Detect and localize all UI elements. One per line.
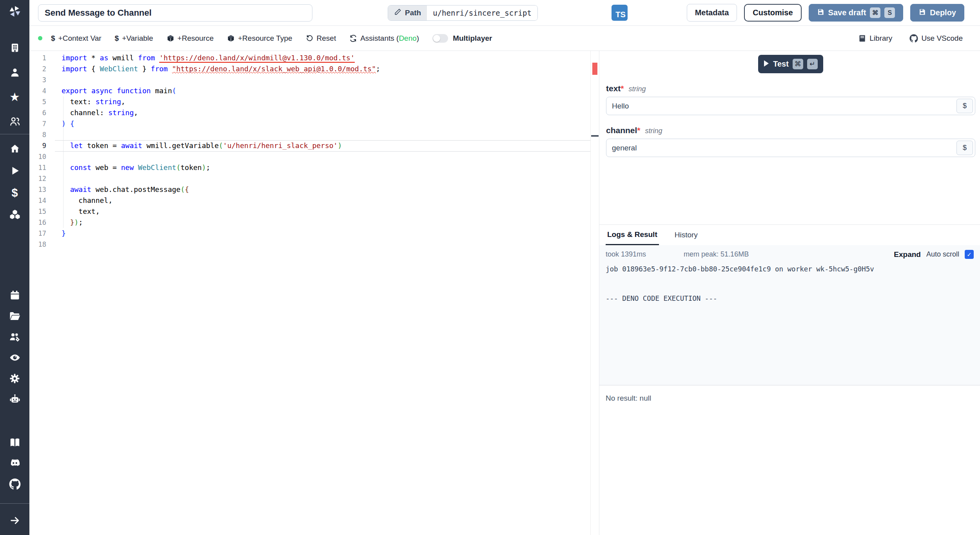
log-duration: took 1391ms bbox=[606, 250, 646, 258]
test-button[interactable]: Test ⌘ ↵ bbox=[758, 55, 823, 73]
line-number: 9 bbox=[29, 140, 55, 151]
code-token bbox=[62, 141, 70, 150]
code-line[interactable]: channel, bbox=[62, 195, 590, 206]
user-icon[interactable] bbox=[0, 66, 29, 79]
code-token: WebClient bbox=[100, 65, 138, 73]
kbd-s: S bbox=[884, 7, 895, 18]
code-line[interactable]: channel: string, bbox=[62, 107, 590, 118]
code-line[interactable]: export async function main( bbox=[62, 85, 590, 96]
add-variable-button[interactable]: $ +Variable bbox=[115, 34, 153, 43]
code-lines[interactable]: import * as wmill from 'https://deno.lan… bbox=[62, 52, 590, 250]
text-field-input[interactable] bbox=[606, 97, 975, 115]
code-token: text: bbox=[62, 98, 96, 106]
expand-arrow-icon[interactable] bbox=[0, 514, 29, 527]
code-line[interactable]: await web.chat.postMessage({ bbox=[62, 184, 590, 195]
log-meta: took 1391ms mem peak: 51.16MB Expand Aut… bbox=[606, 250, 974, 259]
code-token bbox=[168, 65, 172, 73]
tab-logs-result[interactable]: Logs & Result bbox=[606, 225, 659, 245]
deploy-button[interactable]: Deploy bbox=[910, 4, 964, 22]
code-line[interactable]: }); bbox=[62, 217, 590, 228]
code-token: ( bbox=[180, 185, 185, 193]
docs-book-icon[interactable] bbox=[0, 436, 29, 449]
code-token: wmill bbox=[108, 54, 138, 62]
code-line[interactable]: text, bbox=[62, 206, 590, 217]
customise-button[interactable]: Customise bbox=[744, 4, 801, 22]
windmill-logo[interactable] bbox=[0, 5, 29, 18]
insert-variable-button[interactable]: $ bbox=[956, 99, 973, 113]
code-token bbox=[62, 185, 70, 193]
code-line[interactable]: import { WebClient } from "https://deno.… bbox=[62, 63, 590, 74]
kbd-enter: ↵ bbox=[807, 59, 818, 69]
multiplayer-toggle[interactable] bbox=[432, 34, 448, 43]
insert-variable-button[interactable]: $ bbox=[956, 141, 973, 155]
users-icon[interactable] bbox=[0, 115, 29, 128]
code-editor[interactable]: 123456789101112131415161718 import * as … bbox=[29, 51, 599, 535]
code-line[interactable]: text: string, bbox=[62, 96, 590, 107]
code-line[interactable] bbox=[62, 239, 590, 250]
github-icon[interactable] bbox=[0, 477, 29, 491]
schedules-calendar-icon[interactable] bbox=[0, 289, 29, 302]
path-value[interactable]: u/henri/sincere_script bbox=[427, 5, 537, 20]
code-token: channel, bbox=[62, 196, 113, 204]
overview-ruler[interactable] bbox=[590, 51, 599, 535]
code-token: ) bbox=[202, 163, 206, 172]
code-token: ) bbox=[62, 119, 66, 128]
groups-gear-icon[interactable] bbox=[0, 330, 29, 343]
code-line[interactable]: ) { bbox=[62, 118, 590, 129]
use-vscode-button[interactable]: Use VScode bbox=[909, 34, 963, 43]
code-line[interactable]: const web = new WebClient(token); bbox=[62, 162, 590, 173]
code-token bbox=[134, 163, 138, 172]
audit-eye-icon[interactable] bbox=[0, 351, 29, 364]
workers-robot-icon[interactable] bbox=[0, 392, 29, 406]
workspace-building-icon[interactable] bbox=[0, 41, 29, 54]
code-token: ( bbox=[219, 141, 223, 150]
add-resource-button[interactable]: +Resource bbox=[167, 34, 214, 43]
script-title-input[interactable] bbox=[38, 4, 312, 22]
settings-gear-icon[interactable] bbox=[0, 372, 29, 385]
add-resource-type-button[interactable]: +Resource Type bbox=[227, 34, 292, 43]
add-context-var-button[interactable]: $ +Context Var bbox=[51, 34, 102, 43]
code-token: import bbox=[62, 65, 87, 73]
run-panel: Test ⌘ ↵ text* string $ channel* string … bbox=[599, 51, 980, 535]
code-token: } bbox=[70, 218, 74, 226]
favorites-star-icon[interactable]: ★ bbox=[0, 90, 29, 104]
log-output: job 018963e5-9f12-7cb0-bb80-25ce904fe1c9… bbox=[606, 264, 974, 304]
code-line[interactable] bbox=[62, 129, 590, 140]
metadata-button[interactable]: Metadata bbox=[687, 4, 737, 22]
expand-button[interactable]: Expand bbox=[894, 250, 921, 259]
line-number: 7 bbox=[29, 118, 55, 129]
code-token: { bbox=[185, 185, 189, 193]
reset-button[interactable]: Reset bbox=[306, 34, 336, 43]
folders-icon[interactable] bbox=[0, 309, 29, 323]
resources-cubes-icon[interactable] bbox=[0, 208, 29, 221]
code-line[interactable]: let token = await wmill.getVariable('u/h… bbox=[62, 140, 590, 151]
code-line[interactable]: } bbox=[62, 228, 590, 239]
line-number: 8 bbox=[29, 129, 55, 140]
github-icon bbox=[909, 34, 918, 43]
multiplayer-label: Multiplayer bbox=[453, 34, 492, 43]
variables-dollar-icon[interactable]: $ bbox=[0, 186, 29, 199]
channel-field-input[interactable] bbox=[606, 139, 975, 157]
code-token bbox=[66, 119, 70, 128]
code-token: ; bbox=[376, 65, 380, 73]
path-field[interactable]: Path u/henri/sincere_script bbox=[388, 5, 538, 21]
home-icon[interactable] bbox=[0, 142, 29, 155]
autoscroll-label: Auto scroll bbox=[926, 250, 959, 258]
code-line[interactable] bbox=[62, 151, 590, 162]
code-line[interactable] bbox=[62, 74, 590, 85]
code-line[interactable] bbox=[62, 173, 590, 184]
code-token: as bbox=[100, 54, 109, 62]
discord-icon[interactable] bbox=[0, 457, 29, 470]
save-draft-button[interactable]: Save draft ⌘ S bbox=[809, 4, 904, 22]
runs-play-icon[interactable] bbox=[0, 164, 29, 177]
logs-tabbar: Logs & Result History bbox=[599, 225, 980, 245]
code-token: import bbox=[62, 54, 87, 62]
assistants-button[interactable]: Assistants (Deno) bbox=[349, 34, 419, 43]
line-number: 11 bbox=[29, 162, 55, 173]
library-button[interactable]: Library bbox=[858, 34, 892, 43]
code-token: const bbox=[70, 163, 91, 172]
tab-history[interactable]: History bbox=[673, 225, 699, 245]
autoscroll-checkbox[interactable]: ✓ bbox=[965, 250, 974, 259]
code-line[interactable]: import * as wmill from 'https://deno.lan… bbox=[62, 52, 590, 63]
code-token bbox=[87, 87, 91, 95]
